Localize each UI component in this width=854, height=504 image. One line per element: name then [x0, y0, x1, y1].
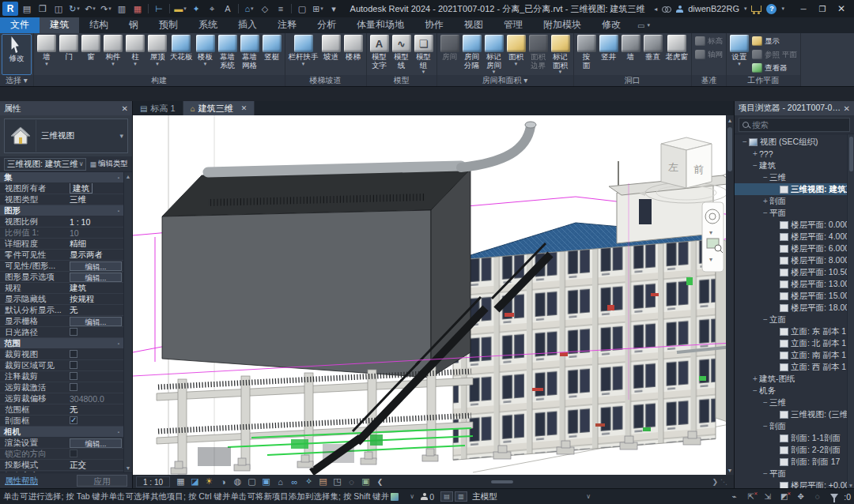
search-icon[interactable]	[662, 6, 671, 12]
property-value[interactable]: 精细	[70, 239, 123, 250]
temporary-hide-isolate-icon[interactable]: ✧	[302, 476, 316, 487]
default-3d-view-icon[interactable]: ⌂▾	[242, 2, 256, 15]
property-value[interactable]: 按规程	[70, 294, 123, 305]
checkbox[interactable]	[70, 361, 77, 369]
tree-item[interactable]: −视图 (SEC组织)	[735, 136, 854, 148]
worksets-icon[interactable]: ▤	[440, 491, 453, 502]
rendering-icon[interactable]: ◍	[231, 476, 244, 487]
按面-button[interactable]: 按 面	[576, 34, 598, 75]
edit-button[interactable]: 编辑...	[70, 317, 122, 326]
ribbon-tab-视图[interactable]: 视图	[454, 17, 493, 33]
checkbox[interactable]	[70, 372, 77, 380]
屋顶-button[interactable]: 屋顶▼	[146, 34, 168, 75]
tree-item[interactable]: 楼层平面: 13.000	[735, 278, 854, 290]
filter-button[interactable]	[827, 491, 841, 502]
栏杆扶手-button[interactable]: 栏杆扶手▼	[287, 34, 320, 75]
browser-scrollbar[interactable]: ▼	[847, 134, 854, 488]
scroll-down-icon[interactable]: ▼	[727, 465, 733, 475]
ribbon-tab-预制[interactable]: 预制	[149, 17, 188, 33]
apply-button[interactable]: 应用	[77, 475, 127, 487]
ribbon-tab-结构[interactable]: 结构	[79, 17, 119, 33]
坡道-button[interactable]: 坡道	[320, 34, 342, 75]
properties-help-link[interactable]: 属性帮助	[5, 476, 38, 487]
select-underlay-elements-toggle[interactable]: ⇱	[744, 491, 758, 502]
detail-level-icon[interactable]: ▦	[174, 476, 187, 487]
background-processes-icon[interactable]: ◌	[811, 491, 824, 502]
楼板-button[interactable]: 楼板▼	[195, 34, 217, 75]
标记面积-button[interactable]: 标记 面积▼	[550, 34, 572, 75]
view-scale-button[interactable]: 1 : 10	[136, 476, 170, 487]
房间分隔-button[interactable]: 房间 分隔	[461, 34, 483, 75]
instance-selector[interactable]: 三维视图: 建筑三维 ∨	[4, 158, 86, 171]
customize-qat-icon[interactable]: ▾	[327, 2, 341, 15]
user-name[interactable]: diwenB22RG	[688, 4, 739, 13]
tree-item[interactable]: 剖面: 剖面 17	[735, 456, 854, 468]
property-value[interactable]: 显示两者	[70, 250, 123, 261]
edit-button[interactable]: 编辑...	[70, 438, 122, 448]
tree-toggle-icon[interactable]: −	[761, 209, 769, 217]
tree-item[interactable]: 剖面: 2-2剖面	[735, 444, 854, 456]
checkbox[interactable]	[70, 350, 77, 358]
tree-item[interactable]: −剖面	[735, 420, 854, 432]
墙-button[interactable]: 墙▼	[36, 34, 58, 75]
resize-grip-icon[interactable]: ⋱	[720, 478, 728, 486]
app-store-cart-icon[interactable]	[751, 6, 761, 12]
tree-item[interactable]: −三维	[735, 171, 854, 183]
project-browser-close-icon[interactable]: ✕	[844, 104, 850, 113]
tree-toggle-icon[interactable]: −	[751, 386, 759, 395]
close-hidden-windows-icon[interactable]: ▢	[295, 2, 309, 15]
ribbon-tab-插入[interactable]: 插入	[228, 17, 267, 33]
browser-search-input[interactable]	[752, 120, 846, 130]
user-menu-chevron-icon[interactable]: ▾	[744, 6, 747, 12]
sync-icon[interactable]: ↻▾	[67, 2, 81, 15]
竖井-button[interactable]: 竖井	[598, 34, 620, 75]
tree-item[interactable]: +剖面	[735, 195, 854, 207]
scroll-right-icon[interactable]: ❯	[712, 478, 718, 486]
ribbon-tab-文件[interactable]: 文件	[0, 17, 40, 33]
tree-toggle-icon[interactable]: +	[751, 149, 759, 158]
ribbon-tab-钢[interactable]: 钢	[119, 17, 149, 33]
property-value[interactable]: 建筑	[70, 183, 123, 194]
tree-toggle-icon[interactable]: +	[751, 374, 759, 383]
property-value[interactable]: 41973.5	[70, 472, 123, 473]
property-value[interactable]: 1 : 10	[70, 217, 123, 227]
close-doc-icon[interactable]: ▦	[130, 2, 145, 15]
edit-type-button[interactable]: ▦ 编辑类型	[89, 159, 128, 169]
visual-style-icon[interactable]: ◪	[188, 476, 202, 487]
标记房间-button[interactable]: 标记 房间▼	[483, 34, 505, 75]
type-selector[interactable]: 三维视图 ▾	[0, 115, 132, 156]
ribbon-tab-协作[interactable]: 协作	[414, 17, 454, 33]
section-icon[interactable]: ◇	[258, 2, 272, 15]
property-group-图形[interactable]: 图形▪	[0, 205, 123, 216]
ruler-icon[interactable]: ▬▾	[173, 2, 187, 15]
scrollbar-thumb[interactable]	[727, 127, 732, 171]
tree-item[interactable]: 楼层平面: 15.000	[735, 290, 854, 302]
view-tab-建筑三维[interactable]: ⌂建筑三维✕	[183, 101, 255, 115]
property-value[interactable]: 建筑	[70, 283, 123, 294]
tree-toggle-icon[interactable]: −	[761, 173, 769, 182]
help-icon[interactable]: ?	[766, 4, 777, 14]
tree-item[interactable]: 楼层平面: 4.000	[735, 231, 854, 243]
viewcube-left-label[interactable]: 左	[668, 161, 678, 173]
panel-label[interactable]: 选择 ▾	[0, 75, 33, 86]
account-icon[interactable]	[676, 6, 683, 13]
tree-item[interactable]: 三维视图: 建筑三维	[735, 183, 854, 195]
save-icon[interactable]: ◫	[51, 2, 66, 15]
thin-lines-icon[interactable]: ≡	[274, 2, 288, 15]
print-icon[interactable]: ▥	[115, 2, 129, 15]
tree-toggle-icon[interactable]: −	[761, 315, 769, 324]
tree-item[interactable]: −立面	[735, 314, 854, 325]
tree-item[interactable]: 立面: 南 副本 1	[735, 349, 854, 361]
tree-toggle-icon[interactable]: −	[751, 161, 759, 170]
模型组-button[interactable]: 模型 组▼	[413, 34, 435, 75]
tree-item[interactable]: −建筑	[735, 160, 854, 171]
edit-button[interactable]: 编辑...	[70, 273, 122, 282]
ribbon-tab-注释[interactable]: 注释	[267, 17, 307, 33]
tree-item[interactable]: 楼层平面: 6.000	[735, 243, 854, 254]
browser-search-box[interactable]	[739, 118, 850, 132]
tree-item[interactable]: −平面	[735, 468, 854, 480]
properties-scrollbar[interactable]: ▲▼	[123, 172, 132, 472]
tree-toggle-icon[interactable]: +	[761, 197, 769, 205]
property-value[interactable]: 三维	[70, 194, 123, 205]
ribbon-tab-分析[interactable]: 分析	[307, 17, 346, 33]
